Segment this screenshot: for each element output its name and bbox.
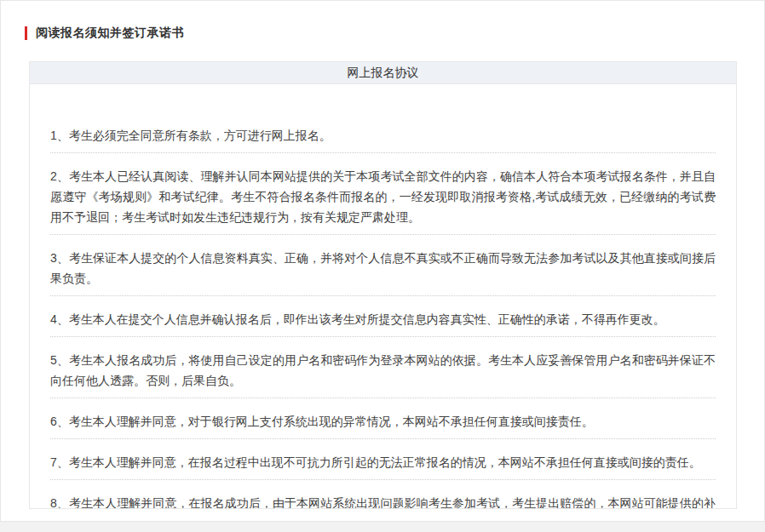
agreement-clause: 7、考生本人理解并同意，在报名过程中出现不可抗力所引起的无法正常报名的情况，本网… [50,452,716,480]
agreement-header: 网上报名协议 [30,62,736,84]
agreement-clause: 3、考生保证本人提交的个人信息资料真实、正确，并将对个人信息不真实或不正确而导致… [50,248,716,296]
agreement-clause-list: 1、考生必须完全同意所有条款，方可进行网上报名。 2、考生本人已经认真阅读、理解… [30,84,736,508]
agreement-clause: 4、考生本人在提交个人信息并确认报名后，即作出该考生对所提交信息内容真实性、正确… [50,309,716,337]
agreement-clause: 6、考生本人理解并同意，对于银行网上支付系统出现的异常情况，本网站不承担任何直接… [50,411,716,439]
agreement-clause: 1、考生必须完全同意所有条款，方可进行网上报名。 [50,125,716,153]
agreement-clause: 5、考生本人报名成功后，将使用自己设定的用户名和密码作为登录本网站的依据。考生本… [50,350,716,398]
agreement-title: 网上报名协议 [348,66,419,79]
agreement-card: 网上报名协议 1、考生必须完全同意所有条款，方可进行网上报名。 2、考生本人已经… [29,61,737,509]
section-title-accent-bar [25,26,27,40]
registration-notice-page: 阅读报名须知并签订承诺书 网上报名协议 1、考生必须完全同意所有条款，方可进行网… [0,0,765,522]
agreement-clause: 2、考生本人已经认真阅读、理解并认同本网站提供的关于本项考试全部文件的内容，确信… [50,166,716,235]
section-title-row: 阅读报名须知并签订承诺书 [25,26,764,41]
agreement-clause: 8、考生本人理解并同意，在报名成功后，由于本网站系统出现问题影响考生参加考试，考… [50,493,716,508]
page-title: 阅读报名须知并签订承诺书 [36,26,184,41]
